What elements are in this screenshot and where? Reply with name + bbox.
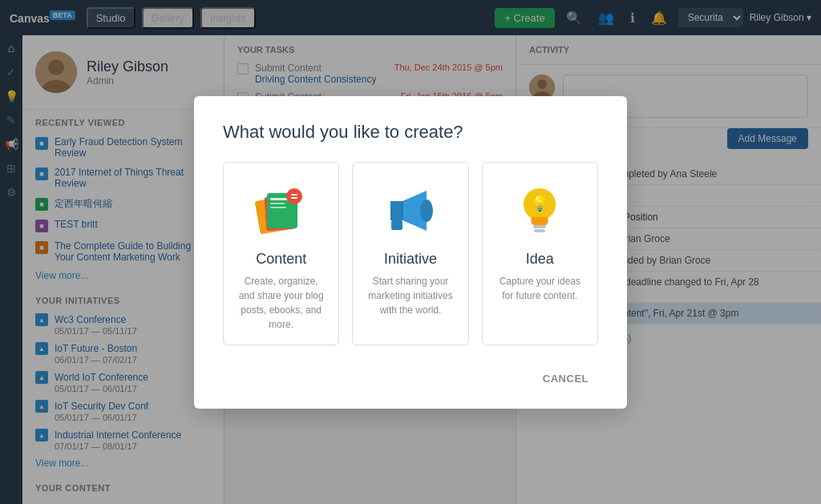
- idea-option-desc: Capture your ideas for future content.: [495, 274, 584, 303]
- svg-point-12: [286, 188, 302, 204]
- cancel-button[interactable]: CANCEL: [533, 368, 598, 389]
- create-idea-option[interactable]: 💡 Idea Capture your ideas for future con…: [482, 162, 598, 345]
- initiative-option-name: Initiative: [384, 251, 437, 268]
- initiative-option-icon: [378, 179, 443, 243]
- svg-rect-17: [391, 220, 402, 230]
- modal-footer: CANCEL: [223, 368, 598, 389]
- create-initiative-option[interactable]: Initiative Start sharing your marketing …: [352, 162, 468, 345]
- content-option-name: Content: [256, 251, 306, 268]
- create-content-option[interactable]: Content Create, organize, and share your…: [223, 162, 339, 345]
- svg-rect-11: [270, 207, 286, 208]
- content-option-icon: [249, 179, 313, 243]
- create-modal: What would you like to create?: [194, 96, 627, 409]
- idea-option-icon: 💡: [508, 179, 572, 243]
- initiative-option-desc: Start sharing your marketing initiatives…: [366, 274, 455, 317]
- svg-rect-10: [270, 203, 285, 204]
- svg-rect-9: [270, 198, 288, 200]
- svg-rect-13: [291, 194, 297, 196]
- svg-text:💡: 💡: [531, 195, 549, 212]
- svg-rect-21: [534, 229, 545, 232]
- modal-options: Content Create, organize, and share your…: [223, 162, 598, 345]
- svg-point-16: [420, 200, 433, 222]
- idea-option-name: Idea: [526, 251, 554, 268]
- modal-overlay[interactable]: What would you like to create?: [0, 0, 821, 504]
- svg-rect-14: [291, 197, 297, 199]
- svg-marker-15: [390, 201, 402, 220]
- content-option-desc: Create, organize, and share your blog po…: [237, 274, 326, 332]
- svg-rect-20: [533, 225, 546, 228]
- modal-title: What would you like to create?: [223, 122, 598, 143]
